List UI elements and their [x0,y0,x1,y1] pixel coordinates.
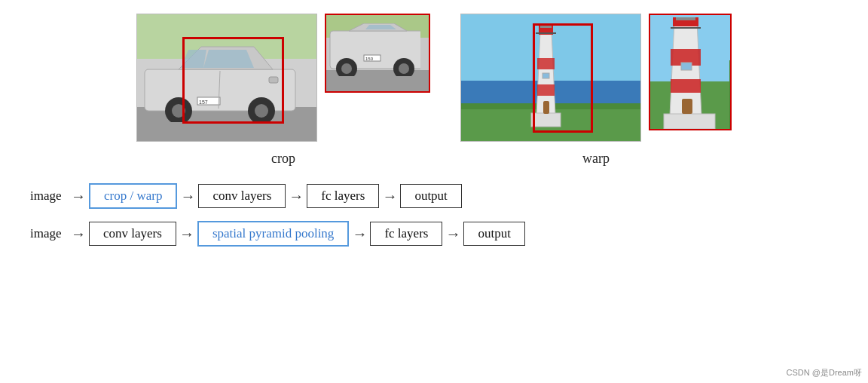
pipeline2-spp-box: spatial pyramid pooling [197,221,349,247]
pipeline1-output-box: output [400,184,461,208]
warp-label: warp [582,151,610,167]
lighthouse-cropped-image [649,14,732,130]
pipeline2-arrow-1: → [71,225,86,243]
pipeline2-arrow-2: → [179,225,194,243]
svg-text:150: 150 [365,57,374,61]
lighthouse-cropped-svg [650,17,729,129]
pipeline1-arrow-4: → [382,188,397,205]
warp-red-box [533,23,593,133]
car-cropped-image: 150 [325,14,430,93]
crop-label: crop [271,151,295,167]
pipeline2-fc-box: fc layers [370,222,442,246]
warp-group: warp [460,14,732,167]
pipeline1-fc-box: fc layers [307,184,379,208]
svg-rect-40 [681,63,692,70]
pipeline2-arrow-3: → [352,225,367,243]
pipeline2-image-label: image [30,226,68,241]
svg-rect-36 [676,17,695,20]
pipeline-row-1: image → crop / warp → conv layers → fc l… [30,183,838,209]
pipeline1-conv-box: conv layers [198,184,286,208]
svg-point-16 [341,63,352,74]
pipeline-row-2: image → conv layers → spatial pyramid po… [30,221,838,247]
pipeline2-arrow-4: → [445,225,460,243]
car-cropped-svg: 150 [325,23,420,76]
pipeline2-conv-box: conv layers [89,222,176,246]
crop-image-pair: 157 [136,14,430,142]
svg-point-18 [399,63,409,74]
pipeline1-cropwarp-box: crop / warp [89,183,177,209]
svg-rect-38 [664,114,715,129]
crop-red-box [182,37,284,124]
images-section: 157 [0,0,868,167]
watermark: CSDN @是Dream呀 [787,367,862,378]
pipeline1-arrow-2: → [180,188,195,205]
lighthouse-main-image [460,14,641,142]
svg-rect-34 [671,79,701,93]
pipeline-section: image → crop / warp → conv layers → fc l… [0,167,868,247]
crop-group: 157 [136,14,430,167]
warp-image-pair [460,14,732,142]
svg-rect-39 [682,99,692,114]
car-main-image: 157 [136,14,317,142]
pipeline1-arrow-3: → [289,188,304,205]
pipeline1-arrow-1: → [71,188,86,205]
pipeline2-output-box: output [463,222,524,246]
pipeline1-image-label: image [30,188,68,204]
